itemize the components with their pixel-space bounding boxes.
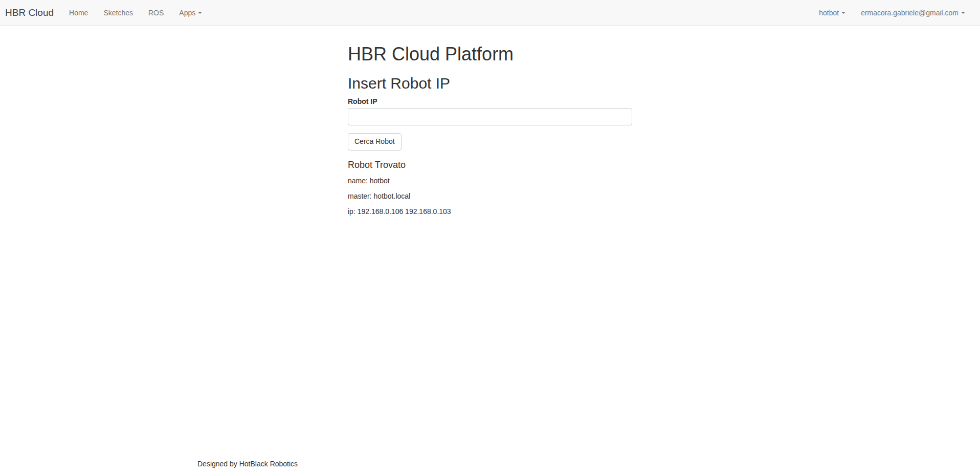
nav-item-account-dropdown[interactable]: ermacora.gabriele@gmail.com (853, 0, 973, 25)
result-line-name: name: hotbot (348, 176, 632, 186)
caret-down-icon (198, 12, 202, 14)
cerca-robot-button[interactable]: Cerca Robot (348, 133, 402, 151)
nav-item-home[interactable]: Home (61, 0, 96, 25)
robot-ip-input[interactable] (348, 108, 632, 125)
result-title: Robot Trovato (348, 160, 632, 170)
navbar: HBR Cloud Home Sketches ROS Apps hotbot … (0, 0, 980, 26)
section-title: Insert Robot IP (348, 75, 632, 92)
footer-credit: Designed by HotBlack Robotics (197, 460, 298, 468)
page-title: HBR Cloud Platform (348, 44, 632, 65)
main-content: HBR Cloud Platform Insert Robot IP Robot… (348, 26, 632, 217)
navbar-right: hotbot ermacora.gabriele@gmail.com (811, 0, 980, 25)
navbar-left: HBR Cloud Home Sketches ROS Apps (0, 0, 210, 25)
nav-item-account-label: ermacora.gabriele@gmail.com (861, 9, 959, 17)
robot-ip-form-group: Robot IP (348, 97, 632, 125)
caret-down-icon (961, 12, 965, 14)
nav-item-ros[interactable]: ROS (141, 0, 171, 25)
result-line-ip: ip: 192.168.0.106 192.168.0.103 (348, 206, 632, 217)
nav-item-robot-label: hotbot (819, 9, 839, 17)
nav-item-robot-dropdown[interactable]: hotbot (811, 0, 853, 25)
result-line-master: master: hotbot.local (348, 191, 632, 201)
caret-down-icon (841, 12, 845, 14)
nav-item-sketches[interactable]: Sketches (96, 0, 141, 25)
robot-ip-label: Robot IP (348, 97, 377, 105)
brand-link[interactable]: HBR Cloud (0, 0, 61, 25)
nav-item-apps-dropdown[interactable]: Apps (171, 0, 210, 25)
nav-item-apps-label: Apps (179, 9, 195, 17)
